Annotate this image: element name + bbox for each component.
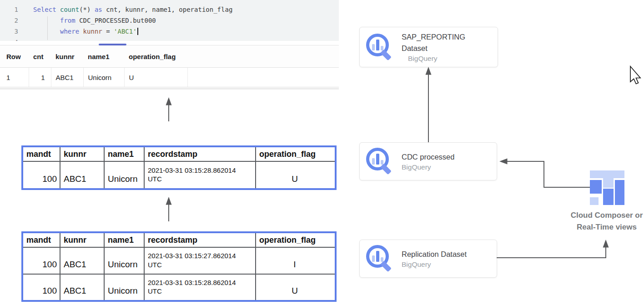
- cell-cnt: 1: [29, 68, 51, 87]
- cell-recordstamp: 2021-03-31 03:15:27.862014 UTC: [144, 247, 256, 274]
- cell-kunnr: ABC1: [60, 247, 104, 274]
- cell-name1: Unicorn: [104, 247, 144, 274]
- cell-operation-flag: U: [256, 161, 336, 189]
- cell-kunnr: ABC1: [51, 68, 83, 87]
- line-number: 3: [0, 26, 18, 37]
- sql-token-keyword: Select: [33, 6, 60, 13]
- sql-editor[interactable]: 1 Select count(*) as cnt, kunnr, name1, …: [0, 0, 339, 41]
- sql-line-2: 2 from CDC_PROCESSED.but000: [0, 15, 339, 26]
- line-number: 1: [0, 4, 18, 15]
- column-header-name1: name1: [83, 45, 124, 68]
- table-header-row: mandt kunnr name1 recordstamp operation_…: [22, 146, 336, 161]
- replication-table: mandt kunnr name1 recordstamp operation_…: [21, 231, 337, 302]
- sql-token: cnt, kunnr, name1, operation_flag: [102, 6, 233, 13]
- sql-line-1: 1 Select count(*) as cnt, kunnr, name1, …: [0, 4, 339, 15]
- cell-filler: [187, 68, 339, 87]
- indent-guide: [47, 16, 48, 40]
- sql-token: [33, 17, 60, 24]
- cdc-processed-card: CDC processed BigQuery: [359, 142, 497, 180]
- sql-code-line: Select count(*) as cnt, kunnr, name1, op…: [33, 4, 232, 15]
- cell-name1: Unicorn: [104, 274, 144, 301]
- sql-code-line: where kunnr = 'ABC1': [33, 26, 138, 37]
- column-header-row: Row: [0, 45, 29, 68]
- results-bottom-strip: [0, 88, 339, 90]
- sql-token-keyword: as: [95, 6, 102, 13]
- line-number: 4: [0, 37, 18, 41]
- sql-token: =: [102, 28, 114, 35]
- card-subtitle: BigQuery: [402, 55, 477, 63]
- table-row: 100 ABC1 Unicorn 2021-03-31 03:15:27.862…: [22, 247, 336, 274]
- sql-line-3: 3 where kunnr = 'ABC1': [0, 26, 339, 37]
- card-title: CDC processed: [402, 151, 454, 163]
- sql-token-column: kunnr: [83, 28, 102, 35]
- arrow-cdc-from-replication-table: [166, 197, 172, 221]
- sql-line-4: 4: [0, 37, 339, 41]
- header-kunnr: kunnr: [60, 232, 104, 247]
- bigquery-icon: [366, 245, 394, 273]
- line-number: 2: [0, 15, 18, 26]
- sap-reporting-dataset-card: SAP_REPORTING Dataset BigQuery: [359, 27, 498, 67]
- cell-name1: Unicorn: [83, 68, 124, 87]
- cell-row-number: 1: [0, 68, 29, 87]
- bigquery-icon: [366, 147, 394, 175]
- sql-token: (*): [79, 6, 95, 13]
- card-title: SAP_REPORTING Dataset: [402, 31, 477, 54]
- sql-token: [33, 28, 60, 35]
- arrow-composer-to-cdc: [499, 159, 590, 188]
- cell-mandt: 100: [22, 161, 60, 189]
- header-mandt: mandt: [22, 232, 60, 247]
- header-mandt: mandt: [22, 146, 60, 161]
- mouse-cursor-icon: [630, 66, 640, 84]
- arrow-cdc-to-sap: [426, 67, 432, 142]
- sql-token-keyword: where: [60, 28, 79, 35]
- column-header-filler: [187, 45, 339, 68]
- table-header-row: mandt kunnr name1 recordstamp operation_…: [22, 232, 336, 247]
- cloud-composer-icon: [590, 170, 625, 206]
- header-recordstamp: recordstamp: [144, 146, 256, 161]
- text-cursor: [137, 28, 138, 35]
- header-kunnr: kunnr: [60, 146, 104, 161]
- replication-dataset-card: Replication Dataset BigQuery: [359, 240, 497, 278]
- sql-token-keyword: from: [60, 17, 75, 24]
- header-operation-flag: operation_flag: [256, 232, 336, 247]
- sql-token: CDC_PROCESSED.but000: [75, 17, 156, 24]
- table-row: 100 ABC1 Unicorn 2021-03-31 03:15:28.862…: [22, 161, 336, 189]
- cell-name1: Unicorn: [104, 161, 144, 189]
- cell-kunnr: ABC1: [60, 274, 104, 301]
- query-results-table: Row cnt kunnr name1 operation_flag 1 1 A…: [0, 45, 339, 87]
- cell-mandt: 100: [22, 274, 60, 301]
- column-header-cnt: cnt: [29, 45, 51, 68]
- sql-token-string: 'ABC1': [114, 28, 137, 35]
- header-name1: name1: [104, 232, 144, 247]
- cell-operation-flag: U: [124, 68, 187, 87]
- header-name1: name1: [104, 146, 144, 161]
- card-title: Replication Dataset: [402, 249, 467, 260]
- sql-code-line: from CDC_PROCESSED.but000: [33, 15, 156, 26]
- cloud-composer-label: Cloud Composer or Real-Time views: [565, 210, 644, 233]
- column-header-operation-flag: operation_flag: [124, 45, 187, 68]
- card-subtitle: BigQuery: [402, 163, 454, 171]
- results-data-row: 1 1 ABC1 Unicorn U: [0, 68, 339, 87]
- header-recordstamp: recordstamp: [144, 232, 256, 247]
- table-row: 100 ABC1 Unicorn 2021-03-31 03:15:28.862…: [22, 274, 336, 301]
- header-operation-flag: operation_flag: [256, 146, 336, 161]
- arrow-replication-to-composer: [497, 240, 609, 258]
- cdc-processed-table: mandt kunnr name1 recordstamp operation_…: [21, 145, 337, 190]
- cell-operation-flag: I: [256, 247, 336, 274]
- cell-operation-flag: U: [256, 274, 336, 301]
- cell-mandt: 100: [22, 247, 60, 274]
- card-subtitle: BigQuery: [402, 260, 467, 269]
- cell-recordstamp: 2021-03-31 03:15:28.862014 UTC: [144, 161, 256, 189]
- sql-token: [79, 28, 83, 35]
- cell-recordstamp: 2021-03-31 03:15:28.862014 UTC: [144, 274, 256, 301]
- column-header-kunnr: kunnr: [51, 45, 83, 68]
- cell-kunnr: ABC1: [60, 161, 104, 189]
- arrow-result-from-cdc-table: [166, 97, 172, 121]
- results-header-row: Row cnt kunnr name1 operation_flag: [0, 45, 339, 68]
- sql-token-function: count: [60, 6, 79, 13]
- diagram-canvas: { "sql": { "line_numbers": ["1", "2", "3…: [0, 0, 644, 305]
- bigquery-icon: [366, 33, 394, 61]
